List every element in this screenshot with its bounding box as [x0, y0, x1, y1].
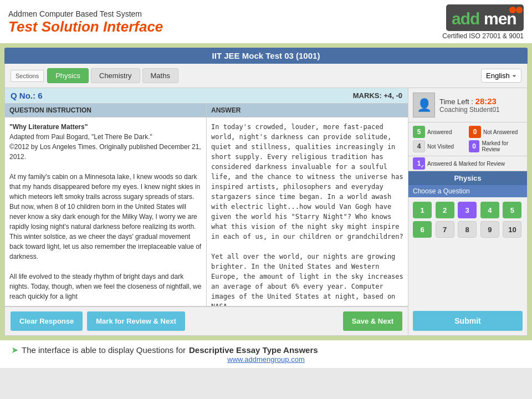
not-answered-badge: 0: [469, 126, 481, 138]
page-header: Addmen Computer Based Test System Test S…: [0, 0, 532, 43]
legend-area: 5 Answered 0 Not Answered 4 Not Visited: [408, 122, 527, 156]
tab-physics[interactable]: Physics: [47, 68, 89, 83]
q-btn-9[interactable]: 9: [480, 221, 499, 238]
footer-url[interactable]: www.addmengroup.com: [11, 355, 521, 364]
time-user-area: 👤 Time Left : 28:23 Coaching Student01: [408, 88, 527, 122]
left-center-panel: Q No.: 6 MARKS: +4, -0 QUESTION INSTRUCT…: [5, 88, 408, 335]
avatar: 👤: [413, 93, 435, 117]
language-select[interactable]: English Hindi: [481, 69, 521, 83]
student-name: Coaching Student01: [439, 106, 500, 114]
page-title: Test Solution Interface: [8, 18, 163, 35]
time-value: 28:23: [475, 96, 497, 106]
submit-area: Submit: [408, 306, 527, 335]
logo-image: add men: [446, 4, 524, 32]
question-grid: 1 2 3 4 5 6 7 8 9 10: [408, 197, 527, 242]
time-left-row: Time Left : 28:23: [439, 96, 500, 106]
svg-text:add: add: [452, 9, 479, 28]
not-visited-label: Not Visited: [427, 144, 454, 150]
q-btn-10[interactable]: 10: [503, 221, 521, 238]
answer-panel-header: ANSWER: [207, 104, 408, 117]
marks-info: MARKS: +4, -0: [353, 91, 402, 100]
right-panel: 👤 Time Left : 28:23 Coaching Student01 5…: [408, 88, 527, 335]
legend-answered-marked: 1 Answered & Marked for Review: [408, 156, 527, 171]
svg-point-4: [516, 7, 523, 13]
mark-for-review-button[interactable]: Mark for Review & Next: [87, 311, 185, 331]
q-btn-7[interactable]: 7: [436, 221, 454, 238]
tab-chemistry[interactable]: Chemistry: [91, 68, 140, 83]
sections-bar: Sections Physics Chemistry Maths English…: [4, 64, 528, 88]
submit-button[interactable]: Submit: [413, 311, 523, 331]
answered-marked-badge: 1: [413, 157, 425, 170]
legend-marked: 0 Marked for Review: [469, 140, 523, 152]
header-left: Addmen Computer Based Test System Test S…: [8, 9, 163, 35]
marks-label: MARKS: +4, -0: [353, 91, 402, 100]
footer: ➤ The interface is able to display Quest…: [0, 340, 532, 368]
question-panel-content[interactable]: "Why Literature Matters" Adapted from Pa…: [5, 117, 206, 306]
choose-question-label: Choose a Question: [408, 185, 527, 197]
qa-panels: QUESTION INSTRUCTION "Why Literature Mat…: [5, 104, 408, 306]
q-btn-8[interactable]: 8: [458, 221, 477, 238]
answered-badge: 5: [413, 126, 425, 138]
sections-label: Sections: [11, 70, 44, 82]
button-bar: Clear Response Mark for Review & Next Sa…: [5, 306, 408, 335]
tab-maths[interactable]: Maths: [142, 68, 178, 83]
clear-response-button[interactable]: Clear Response: [11, 311, 83, 331]
question-panel: QUESTION INSTRUCTION "Why Literature Mat…: [5, 104, 207, 306]
time-left-label: Time Left :: [439, 98, 473, 106]
footer-prefix: The interface is able to display Questio…: [22, 345, 186, 355]
footer-main: ➤ The interface is able to display Quest…: [11, 345, 521, 355]
footer-bold: Descriptive Essay Type Answers: [189, 345, 318, 355]
answered-label: Answered: [427, 129, 452, 135]
save-next-button[interactable]: Save & Next: [343, 311, 402, 331]
svg-point-3: [509, 7, 516, 13]
answer-panel: ANSWER In today's crowded, louder, more …: [207, 104, 408, 306]
addmen-logo: add men: [446, 4, 524, 32]
legend-not-answered: 0 Not Answered: [469, 126, 523, 138]
question-bar: Q No.: 6 MARKS: +4, -0: [5, 88, 408, 104]
time-info: Time Left : 28:23 Coaching Student01: [439, 96, 500, 114]
section-label-right: Physics: [408, 171, 527, 185]
question-body: Adapted from Paul Bogard, "Let There Be …: [9, 133, 201, 300]
q-btn-6[interactable]: 6: [413, 221, 432, 238]
q-btn-1[interactable]: 1: [413, 202, 432, 218]
legend-answered: 5 Answered: [413, 126, 467, 138]
q-btn-4[interactable]: 4: [480, 202, 499, 218]
marked-label: Marked for Review: [482, 140, 523, 152]
logo-area: add men Certified ISO 27001 & 9001: [442, 4, 524, 40]
question-number: Q No.: 6: [11, 91, 43, 100]
answered-marked-label: Answered & Marked for Review: [427, 161, 505, 167]
language-select-container: English Hindi: [481, 69, 521, 83]
not-answered-label: Not Answered: [483, 129, 518, 135]
question-title: "Why Literature Matters": [9, 123, 88, 131]
answer-textarea[interactable]: In today's crowded, louder, more fast-pa…: [207, 117, 408, 306]
legend-not-visited: 4 Not Visited: [413, 140, 467, 152]
section-tabs: Physics Chemistry Maths: [47, 68, 481, 83]
not-visited-badge: 4: [413, 140, 425, 152]
marked-badge: 0: [469, 140, 479, 152]
q-btn-5[interactable]: 5: [503, 202, 521, 218]
test-title-bar: IIT JEE Mock Test 03 (1001): [4, 48, 528, 64]
content-area: Q No.: 6 MARKS: +4, -0 QUESTION INSTRUCT…: [4, 88, 528, 336]
q-btn-3[interactable]: 3: [458, 202, 477, 218]
main-container: IIT JEE Mock Test 03 (1001) Sections Phy…: [0, 43, 532, 340]
q-btn-2[interactable]: 2: [436, 202, 454, 218]
question-panel-header: QUESTION INSTRUCTION: [5, 104, 206, 117]
cert-text: Certified ISO 27001 & 9001: [442, 32, 524, 40]
footer-arrow: ➤: [11, 345, 18, 355]
app-name: Addmen Computer Based Test System: [8, 9, 163, 18]
